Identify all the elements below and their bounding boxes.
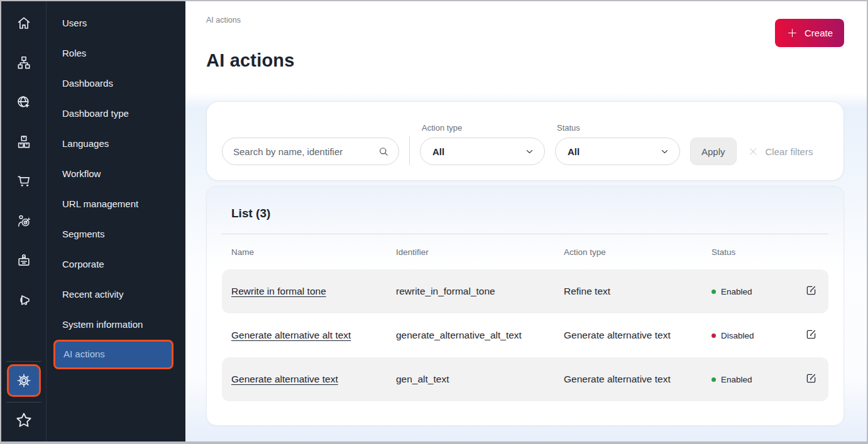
row-identifier: gen_alt_text [396, 374, 564, 385]
table-row: Generate alternative text gen_alt_text G… [222, 357, 828, 401]
row-name-link[interactable]: Generate alternative text [231, 374, 338, 384]
app-window: Users Roles Dashboards Dashboard type La… [0, 0, 868, 444]
row-name-link[interactable]: Rewrite in formal tone [231, 286, 326, 296]
table-header-row: Name Identifier Action type Status [222, 234, 828, 269]
status-value: All [568, 146, 580, 157]
home-icon[interactable] [16, 15, 32, 31]
edit-button[interactable] [803, 328, 818, 343]
search-box [222, 138, 399, 165]
page-title: AI actions [206, 50, 844, 71]
menu-item-roles[interactable]: Roles [47, 38, 185, 68]
clear-filters-label: Clear filters [766, 146, 813, 157]
chevron-down-icon [525, 147, 534, 156]
personas-target-icon[interactable] [16, 213, 32, 229]
menu-item-languages[interactable]: Languages [47, 129, 185, 159]
menu-item-recent-activity[interactable]: Recent activity [47, 279, 185, 310]
menu-item-users[interactable]: Users [47, 8, 185, 38]
chevron-down-icon [660, 147, 669, 156]
settings-gear-icon[interactable] [7, 364, 41, 397]
row-action-type: Refine text [564, 286, 711, 297]
icon-rail [1, 1, 47, 441]
action-type-value: All [432, 146, 444, 157]
col-header-identifier: Identifier [396, 247, 564, 257]
menu-item-ai-actions[interactable]: AI actions [53, 340, 173, 369]
action-type-label: Action type [422, 123, 545, 133]
status-select[interactable]: All [555, 138, 680, 165]
menu-item-workflow[interactable]: Workflow [47, 159, 185, 189]
status-badge: Enabled [711, 375, 783, 384]
status-label: Status [557, 123, 680, 133]
cart-icon[interactable] [16, 173, 32, 190]
filter-divider [409, 136, 410, 165]
table-row: Generate alternative alt text generate_a… [222, 313, 828, 357]
menu-item-system-information[interactable]: System information [47, 310, 185, 340]
breadcrumb[interactable]: AI actions [206, 16, 844, 24]
settings-menu: Users Roles Dashboards Dashboard type La… [47, 1, 185, 441]
row-action-type: Generate alternative text [564, 330, 711, 341]
col-header-status: Status [711, 247, 783, 257]
clear-filters-button[interactable]: Clear filters [748, 138, 813, 165]
status-dot [711, 290, 716, 294]
rail-divider [6, 361, 41, 362]
status-badge: Disabled [711, 331, 783, 340]
globe-pointer-icon[interactable] [16, 94, 32, 111]
megaphone-icon[interactable] [16, 292, 32, 308]
row-identifier: generate_alternative_alt_text [396, 330, 564, 341]
row-action-type: Generate alternative text [564, 374, 711, 385]
action-type-field: Action type All [420, 123, 545, 165]
star-icon[interactable] [14, 411, 33, 432]
org-chart-icon[interactable] [16, 55, 32, 71]
action-type-select[interactable]: All [420, 138, 545, 165]
edit-icon [805, 372, 818, 385]
status-text: Disabled [721, 331, 754, 340]
status-badge: Enabled [711, 287, 783, 296]
status-text: Enabled [721, 287, 752, 296]
row-name-link[interactable]: Generate alternative alt text [231, 330, 351, 340]
edit-icon [805, 284, 818, 297]
modules-icon[interactable] [16, 134, 32, 150]
status-dot [711, 377, 716, 382]
rail-divider [6, 402, 41, 403]
main-content: AI actions Create AI actions Action type… [185, 1, 867, 441]
create-button-label: Create [805, 28, 833, 38]
badge-icon[interactable] [16, 252, 32, 269]
edit-icon [805, 328, 818, 341]
filter-card: Action type All Status All Apply Clear f… [206, 101, 844, 181]
col-header-action-type: Action type [564, 247, 711, 257]
status-text: Enabled [721, 375, 752, 384]
create-button[interactable]: Create [775, 19, 844, 47]
menu-item-corporate[interactable]: Corporate [47, 249, 185, 279]
menu-item-segments[interactable]: Segments [47, 219, 185, 249]
col-header-name: Name [231, 247, 396, 257]
search-icon [378, 146, 390, 158]
search-input[interactable] [233, 146, 378, 157]
list-card: List (3) Name Identifier Action type Sta… [206, 186, 844, 426]
close-icon [748, 146, 759, 157]
menu-item-url-management[interactable]: URL management [47, 189, 185, 219]
status-field: Status All [555, 123, 680, 165]
list-title: List (3) [222, 187, 828, 220]
plus-icon [786, 27, 798, 39]
menu-item-dashboard-type[interactable]: Dashboard type [47, 99, 185, 129]
table-row: Rewrite in formal tone rewrite_in_formal… [222, 269, 828, 313]
menu-item-dashboards[interactable]: Dashboards [47, 68, 185, 99]
edit-button[interactable] [803, 284, 818, 299]
edit-button[interactable] [803, 372, 818, 387]
apply-button[interactable]: Apply [690, 138, 737, 165]
status-dot [711, 333, 716, 338]
row-identifier: rewrite_in_formal_tone [396, 286, 564, 297]
